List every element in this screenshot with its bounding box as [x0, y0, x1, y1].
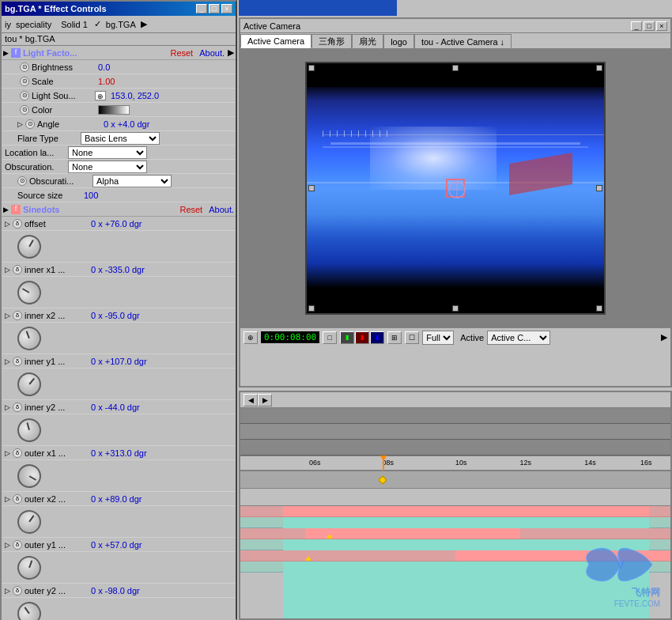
flare-type-select[interactable]: Basic Lens [81, 132, 160, 145]
outery1-expand[interactable]: ▷ [5, 541, 10, 549]
corner-br[interactable] [596, 305, 602, 312]
sinedots-icon: f [11, 205, 21, 214]
outerx2-value[interactable]: 0 x +89.0 dgr [91, 494, 142, 504]
innerx2-expand[interactable]: ▷ [5, 312, 10, 319]
tl-btn1[interactable]: ◀ [244, 394, 258, 406]
title-bar-buttons: _ □ × [196, 4, 232, 13]
red-btn[interactable]: ▮ [355, 331, 369, 344]
light-source-target[interactable]: ⊕ [95, 91, 106, 100]
offset-knob[interactable] [13, 230, 46, 263]
track-marker-1[interactable] [327, 534, 333, 539]
sinedots-about[interactable]: About. [209, 205, 234, 214]
innerx1-knob-row [2, 277, 236, 308]
innery2-knob[interactable] [15, 415, 44, 444]
sinedots-reset[interactable]: Reset [179, 205, 202, 214]
camera-window-buttons: _ □ × [631, 21, 667, 31]
track-marker-2[interactable] [305, 556, 311, 561]
view-btn[interactable]: ⊞ [387, 331, 402, 344]
outerx1-value[interactable]: 0 x +313.0 dgr [91, 448, 147, 458]
cursor-triangle[interactable] [379, 456, 387, 461]
lock-btn[interactable]: ☐ [405, 331, 419, 344]
innery1-value[interactable]: 0 x +107.0 dgr [91, 357, 147, 366]
corner-tl[interactable] [308, 65, 315, 71]
innerx1-knob[interactable] [13, 276, 46, 308]
outery2-value[interactable]: 0 x -98.0 dgr [91, 586, 140, 595]
offset-value[interactable]: 0 x +76.0 dgr [91, 219, 142, 229]
handle-top[interactable] [452, 65, 459, 71]
location-label: Location la... [5, 148, 68, 157]
blue-btn[interactable]: ▮ [370, 331, 384, 344]
innery2-icon: δ [13, 403, 22, 412]
handle-bottom[interactable] [452, 305, 459, 312]
light-factor-reset[interactable]: Reset [170, 48, 193, 58]
scale-icon: ⊙ [20, 77, 29, 86]
corner-tr[interactable] [596, 65, 602, 71]
light-factor-about[interactable]: About. [199, 48, 225, 58]
outery2-knob[interactable] [13, 597, 46, 620]
angle-expand[interactable]: ▷ [17, 120, 23, 128]
outerx2-knob-row [2, 506, 236, 538]
offset-icon: δ [13, 219, 22, 229]
tab-tou[interactable]: tou - Active Camera ↓ [414, 34, 512, 48]
obscuration-select[interactable]: None [68, 161, 147, 173]
obscurati-select[interactable]: Alpha [92, 175, 172, 187]
camera-minimize[interactable]: _ [631, 21, 642, 31]
camera-close[interactable]: × [656, 21, 667, 31]
close-button[interactable]: × [221, 4, 232, 13]
angle-value[interactable]: 0 x +4.0 dgr [104, 119, 149, 129]
sinedots-expand[interactable]: ▶ [3, 206, 9, 214]
camera-title-text: Active Camera [244, 21, 300, 31]
full-select[interactable]: Full [422, 331, 454, 345]
green-btn[interactable]: ▮ [340, 331, 354, 344]
innery1-icon: δ [13, 357, 22, 366]
innery2-expand[interactable]: ▷ [5, 403, 10, 411]
light-source-value[interactable]: 153.0, 252.0 [111, 91, 159, 100]
panel-toolbar: iy speciality Solid 1 ✓ bg.TGA ▶ [2, 16, 236, 33]
maximize-button[interactable]: □ [209, 4, 220, 13]
toolbar-speciality: speciality [16, 20, 51, 29]
corner-bl[interactable] [308, 305, 315, 312]
expand-icon[interactable]: ▶ [3, 49, 9, 57]
outerx1-expand[interactable]: ▷ [5, 449, 10, 457]
innerx1-value[interactable]: 0 x -335.0 dgr [91, 265, 145, 274]
play-to-start-btn[interactable]: ⊕ [244, 331, 258, 344]
scroll-arrow[interactable]: ▶ [228, 47, 234, 58]
outery2-expand[interactable]: ▷ [5, 587, 10, 595]
toolbar-solid: Solid 1 [61, 20, 88, 29]
handle-right[interactable] [596, 185, 602, 191]
tl-btn2[interactable]: ▶ [258, 394, 272, 406]
source-size-value[interactable]: 100 [84, 191, 98, 200]
camera-select[interactable]: Active C... [487, 331, 550, 345]
outery1-value[interactable]: 0 x +57.0 dgr [91, 540, 142, 550]
outerx2-expand[interactable]: ▷ [5, 495, 10, 503]
marker-diamond[interactable] [378, 475, 387, 484]
outerx2-knob[interactable] [13, 505, 46, 539]
tab-fan[interactable]: 扇光 [352, 34, 383, 48]
pink-clip-2[interactable] [305, 528, 520, 539]
offset-expand[interactable]: ▷ [5, 220, 10, 228]
light-factor-header: ▶ f Light Facto... Reset About. ▶ [2, 46, 236, 60]
minimize-button[interactable]: _ [196, 4, 207, 13]
pink-clip-1[interactable] [283, 506, 648, 516]
innery1-knob[interactable] [13, 367, 46, 400]
innerx1-expand[interactable]: ▷ [5, 266, 10, 274]
handle-left[interactable] [308, 185, 315, 191]
camera-maximize[interactable]: □ [644, 21, 655, 31]
tab-active-camera[interactable]: Active Camera [240, 34, 311, 48]
location-select[interactable]: None [68, 146, 147, 159]
camera-viewport[interactable] [305, 62, 606, 315]
innery1-expand[interactable]: ▷ [5, 357, 10, 365]
outery1-knob[interactable] [14, 552, 44, 582]
tab-triangle[interactable]: 三角形 [311, 34, 352, 48]
scroll-right-btn[interactable]: ▶ [661, 332, 667, 342]
time-display[interactable]: 0:00:08:00 [261, 331, 319, 343]
brightness-value[interactable]: 0.0 [98, 62, 110, 72]
outerx1-knob[interactable] [13, 459, 46, 492]
tab-logo[interactable]: logo [383, 34, 414, 48]
innerx2-value[interactable]: 0 x -95.0 dgr [91, 311, 140, 320]
innerx2-knob[interactable] [14, 323, 44, 353]
innery2-value[interactable]: 0 x -44.0 dgr [91, 403, 140, 412]
scale-value[interactable]: 1.00 [98, 77, 115, 86]
color-swatch[interactable] [98, 105, 130, 115]
frame-btn[interactable]: □ [323, 331, 337, 344]
